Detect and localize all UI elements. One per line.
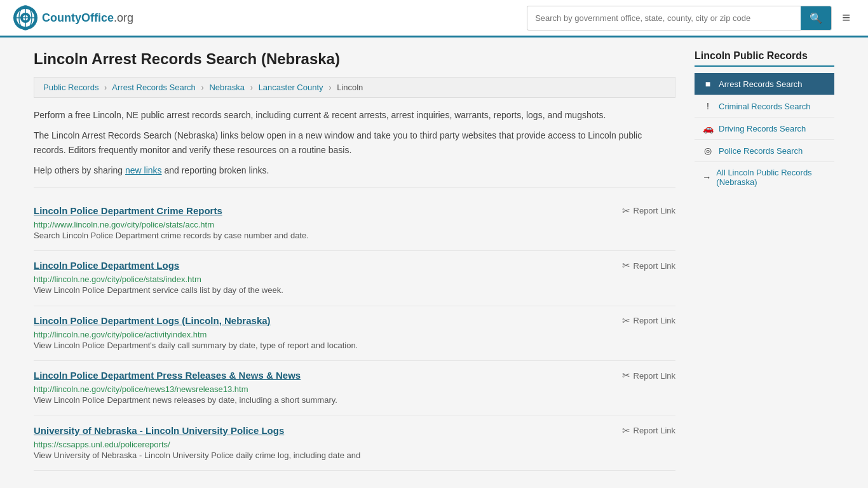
description-3: Help others by sharing new links and rep…: [34, 163, 675, 177]
description-2: The Lincoln Arrest Records Search (Nebra…: [34, 128, 675, 157]
results-container: Lincoln Police Department Crime Reports …: [34, 196, 675, 471]
sidebar-item-link-3[interactable]: Police Records Search: [719, 146, 803, 156]
report-link-label: Report Link: [634, 206, 675, 215]
breadcrumb-public-records[interactable]: Public Records: [43, 83, 98, 92]
report-link-icon: ✂: [622, 205, 630, 217]
sidebar-item-0[interactable]: ■ Arrest Records Search: [695, 73, 834, 95]
result-url[interactable]: http://lincoln.ne.gov/city/police/stats/…: [34, 274, 201, 284]
result-title[interactable]: University of Nebraska - Lincoln Univers…: [34, 425, 284, 436]
report-link-icon: ✂: [622, 370, 630, 381]
logo-area: CountyOffice.org: [13, 5, 133, 30]
report-link-label: Report Link: [634, 261, 675, 271]
sidebar-item-label-0: Arrest Records Search: [719, 79, 803, 89]
breadcrumb: Public Records › Arrest Records Search ›…: [34, 77, 675, 98]
result-url[interactable]: http://lincoln.ne.gov/city/police/news13…: [34, 384, 248, 394]
breadcrumb-sep-3: ›: [250, 83, 253, 92]
sidebar-all-link[interactable]: → All Lincoln Public Records (Nebraska): [695, 162, 834, 193]
search-button[interactable]: 🔍: [801, 6, 831, 30]
sidebar-title: Lincoln Public Records: [695, 50, 834, 67]
result-item: Lincoln Police Department Logs (Lincoln,…: [34, 306, 675, 362]
result-desc: View Lincoln Police Department news rele…: [34, 394, 675, 407]
result-item: Lincoln Police Department Crime Reports …: [34, 196, 675, 252]
sidebar-item-2[interactable]: 🚗 Driving Records Search: [695, 118, 834, 140]
page-title: Lincoln Arrest Records Search (Nebraska): [34, 50, 675, 68]
report-link-label: Report Link: [634, 316, 675, 325]
report-link-btn[interactable]: ✂ Report Link: [622, 260, 675, 271]
sidebar-item-3[interactable]: ◎ Police Records Search: [695, 140, 834, 162]
breadcrumb-sep-4: ›: [329, 83, 331, 92]
result-desc: View Lincoln Police Department's daily c…: [34, 339, 675, 352]
content-area: Lincoln Arrest Records Search (Nebraska)…: [34, 50, 675, 471]
result-url[interactable]: http://lincoln.ne.gov/city/police/activi…: [34, 330, 207, 339]
main-container: Lincoln Arrest Records Search (Nebraska)…: [21, 37, 847, 484]
result-header: Lincoln Police Department Crime Reports …: [34, 205, 675, 217]
report-link-btn[interactable]: ✂ Report Link: [622, 315, 675, 327]
result-header: University of Nebraska - Lincoln Univers…: [34, 425, 675, 437]
description-1: Perform a free Lincoln, NE public arrest…: [34, 108, 675, 122]
sidebar: Lincoln Public Records ■ Arrest Records …: [695, 50, 834, 471]
sidebar-icon-3: ◎: [702, 146, 714, 156]
result-item: University of Nebraska - Lincoln Univers…: [34, 416, 675, 471]
result-desc: View University of Nebraska - Lincoln Un…: [34, 449, 675, 462]
sidebar-item-link-2[interactable]: Driving Records Search: [719, 124, 806, 133]
report-link-label: Report Link: [634, 371, 675, 381]
result-item: Lincoln Police Department Press Releases…: [34, 361, 675, 416]
result-url[interactable]: https://scsapps.unl.edu/policereports/: [34, 440, 170, 449]
search-area: 🔍 ≡: [527, 6, 855, 30]
result-header: Lincoln Police Department Press Releases…: [34, 370, 675, 381]
result-item: Lincoln Police Department Logs ✂ Report …: [34, 251, 675, 306]
result-desc: View Lincoln Police Department service c…: [34, 284, 675, 297]
section-divider: [34, 187, 675, 187]
description-3-prefix: Help others by sharing: [34, 165, 125, 175]
search-input[interactable]: [527, 8, 801, 28]
all-records-link[interactable]: All Lincoln Public Records (Nebraska): [716, 168, 827, 187]
sidebar-item-link-1[interactable]: Criminal Records Search: [719, 102, 811, 111]
search-box: 🔍: [527, 6, 832, 30]
logo-text: CountyOffice.org: [42, 11, 133, 25]
report-link-icon: ✂: [622, 260, 630, 271]
breadcrumb-lancaster[interactable]: Lancaster County: [259, 83, 323, 92]
sidebar-icon-2: 🚗: [702, 123, 714, 133]
report-link-btn[interactable]: ✂ Report Link: [622, 205, 675, 217]
report-link-icon: ✂: [622, 425, 630, 437]
breadcrumb-nebraska[interactable]: Nebraska: [209, 83, 245, 92]
logo-icon: [13, 5, 38, 30]
report-link-label: Report Link: [634, 426, 675, 435]
breadcrumb-arrest-records[interactable]: Arrest Records Search: [112, 83, 196, 92]
sidebar-icon-1: !: [702, 101, 714, 111]
header: CountyOffice.org 🔍 ≡: [0, 0, 868, 37]
result-title[interactable]: Lincoln Police Department Logs (Lincoln,…: [34, 315, 271, 326]
report-link-btn[interactable]: ✂ Report Link: [622, 425, 675, 437]
result-title[interactable]: Lincoln Police Department Press Releases…: [34, 370, 301, 381]
result-header: Lincoln Police Department Logs (Lincoln,…: [34, 315, 675, 327]
report-link-btn[interactable]: ✂ Report Link: [622, 370, 675, 381]
sidebar-item-1[interactable]: ! Criminal Records Search: [695, 95, 834, 118]
result-header: Lincoln Police Department Logs ✂ Report …: [34, 260, 675, 271]
result-url[interactable]: http://www.lincoln.ne.gov/city/police/st…: [34, 220, 214, 229]
breadcrumb-lincoln: Lincoln: [337, 83, 363, 92]
arrow-right-icon: →: [702, 172, 711, 182]
breadcrumb-sep-1: ›: [104, 83, 107, 92]
breadcrumb-sep-2: ›: [201, 83, 203, 92]
sidebar-items: ■ Arrest Records Search ! Criminal Recor…: [695, 73, 834, 162]
result-title[interactable]: Lincoln Police Department Logs: [34, 260, 179, 271]
new-links-link[interactable]: new links: [125, 165, 162, 175]
report-link-icon: ✂: [622, 315, 630, 327]
description-3-suffix: and reporting broken links.: [162, 165, 269, 175]
menu-button[interactable]: ≡: [837, 7, 855, 29]
result-desc: Search Lincoln Police Department crime r…: [34, 229, 675, 242]
result-title[interactable]: Lincoln Police Department Crime Reports: [34, 205, 222, 216]
sidebar-icon-0: ■: [702, 79, 714, 89]
